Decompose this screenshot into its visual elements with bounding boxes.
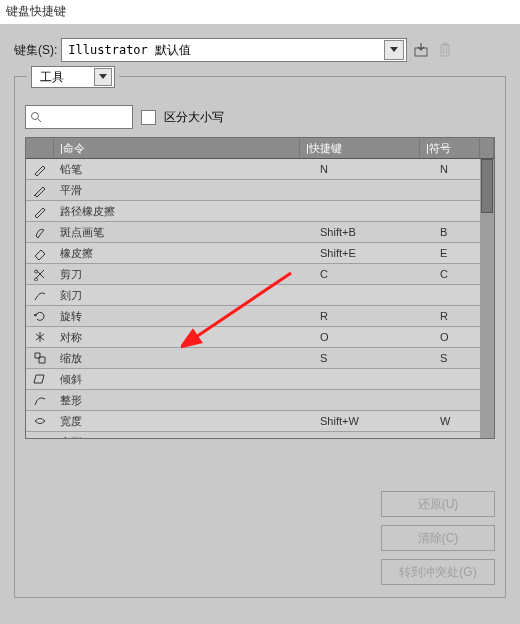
cmd-cell: 路径橡皮擦 bbox=[54, 204, 314, 219]
shear-icon bbox=[33, 372, 47, 386]
knife-icon bbox=[33, 288, 47, 302]
search-field[interactable] bbox=[25, 105, 133, 129]
cmd-cell: 橡皮擦 bbox=[54, 246, 314, 261]
key-cell[interactable]: R bbox=[314, 310, 434, 322]
cmd-cell: 铅笔 bbox=[54, 162, 314, 177]
shortcut-group: 工具 区分大小写 | 命令 bbox=[14, 76, 506, 598]
key-cell[interactable]: C bbox=[314, 268, 434, 280]
preset-label: 键集(S): bbox=[14, 42, 57, 59]
table-row[interactable]: 斑点画笔Shift+BB bbox=[26, 222, 494, 243]
cmd-cell: 倾斜 bbox=[54, 372, 314, 387]
cmd-cell: 刻刀 bbox=[54, 288, 314, 303]
cmd-cell: 缩放 bbox=[54, 351, 314, 366]
cmd-cell: 整形 bbox=[54, 393, 314, 408]
save-preset-button[interactable] bbox=[411, 40, 431, 60]
cmd-cell: 剪刀 bbox=[54, 267, 314, 282]
col-symbol[interactable]: | 符号 bbox=[420, 138, 480, 158]
table-row[interactable]: 橡皮擦Shift+EE bbox=[26, 243, 494, 264]
reflect-icon bbox=[33, 330, 47, 344]
table-row[interactable]: 宽度Shift+WW bbox=[26, 411, 494, 432]
table-row[interactable]: 旋转RR bbox=[26, 306, 494, 327]
preset-value: Illustrator 默认值 bbox=[68, 42, 191, 59]
scale-icon bbox=[33, 351, 47, 365]
warp-icon bbox=[33, 435, 47, 438]
table-row[interactable]: 变形Shift+RR bbox=[26, 432, 494, 438]
cmd-cell: 旋转 bbox=[54, 309, 314, 324]
key-cell[interactable]: Shift+W bbox=[314, 415, 434, 427]
svg-point-1 bbox=[32, 113, 39, 120]
eraser-icon bbox=[33, 246, 47, 260]
undo-button[interactable]: 还原(U) bbox=[381, 491, 495, 517]
cmd-cell: 斑点画笔 bbox=[54, 225, 314, 240]
search-icon bbox=[30, 111, 42, 123]
scrollbar-thumb[interactable] bbox=[481, 159, 493, 213]
goto-conflict-button[interactable]: 转到冲突处(G) bbox=[381, 559, 495, 585]
delete-preset-button[interactable] bbox=[435, 40, 455, 60]
path-eraser-icon bbox=[33, 204, 47, 218]
table-row[interactable]: 铅笔NN bbox=[26, 159, 494, 180]
key-cell[interactable]: Shift+B bbox=[314, 226, 434, 238]
reshape-icon bbox=[33, 393, 47, 407]
table-row[interactable]: 路径橡皮擦 bbox=[26, 201, 494, 222]
table-row[interactable]: 对称OO bbox=[26, 327, 494, 348]
cmd-cell: 平滑 bbox=[54, 183, 314, 198]
clear-button[interactable]: 清除(C) bbox=[381, 525, 495, 551]
table-row[interactable]: 刻刀 bbox=[26, 285, 494, 306]
width-icon bbox=[33, 414, 47, 428]
blob-brush-icon bbox=[33, 225, 47, 239]
col-shortcut[interactable]: | 快捷键 bbox=[300, 138, 420, 158]
rotate-icon bbox=[33, 309, 47, 323]
chevron-down-icon[interactable] bbox=[384, 40, 404, 60]
scrollbar[interactable] bbox=[480, 159, 494, 438]
col-command[interactable]: | 命令 bbox=[54, 138, 300, 158]
chevron-down-icon[interactable] bbox=[94, 68, 112, 86]
category-select[interactable]: 工具 bbox=[31, 66, 115, 88]
table-row[interactable]: 平滑 bbox=[26, 180, 494, 201]
pencil-icon bbox=[33, 162, 47, 176]
smooth-icon bbox=[33, 183, 47, 197]
key-cell[interactable]: S bbox=[314, 352, 434, 364]
key-cell[interactable]: N bbox=[314, 163, 434, 175]
search-input[interactable] bbox=[42, 109, 128, 125]
table-row[interactable]: 剪刀CC bbox=[26, 264, 494, 285]
preset-select[interactable]: Illustrator 默认值 bbox=[61, 38, 407, 62]
shortcut-table: | 命令 | 快捷键 | 符号 铅笔NN平滑路径橡皮擦斑点画笔Shift+BB橡… bbox=[25, 137, 495, 439]
case-sensitive-label: 区分大小写 bbox=[164, 109, 224, 126]
svg-line-2 bbox=[38, 119, 41, 122]
cmd-cell: 对称 bbox=[54, 330, 314, 345]
case-sensitive-checkbox[interactable] bbox=[141, 110, 156, 125]
table-row[interactable]: 缩放SS bbox=[26, 348, 494, 369]
cmd-cell: 变形 bbox=[54, 435, 314, 439]
key-cell[interactable]: Shift+E bbox=[314, 247, 434, 259]
key-cell[interactable]: O bbox=[314, 331, 434, 343]
category-value: 工具 bbox=[40, 69, 64, 86]
table-row[interactable]: 倾斜 bbox=[26, 369, 494, 390]
key-cell[interactable]: Shift+R bbox=[314, 436, 434, 438]
table-row[interactable]: 整形 bbox=[26, 390, 494, 411]
scissors-icon bbox=[33, 267, 47, 281]
cmd-cell: 宽度 bbox=[54, 414, 314, 429]
